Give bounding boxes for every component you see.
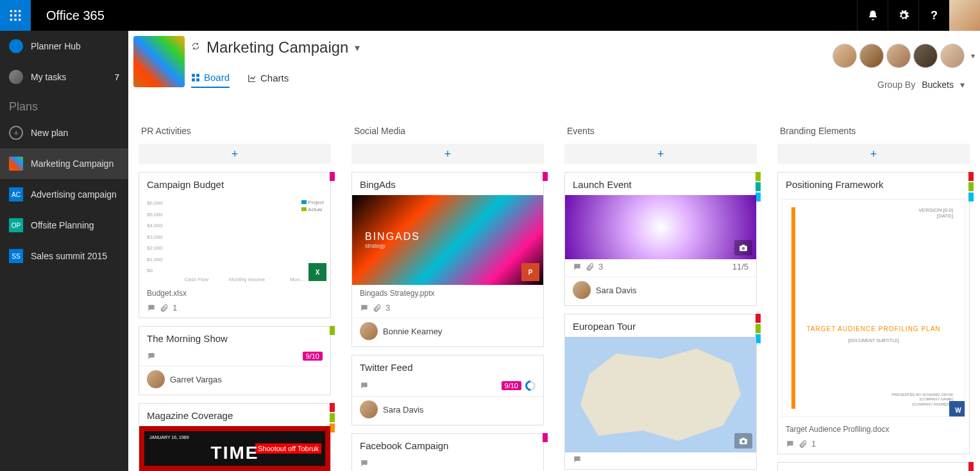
task-card[interactable]: Launch Event 3 11/5 Sara Davis	[564, 172, 757, 306]
assignee-avatar	[573, 281, 591, 299]
sidebar-item-my-tasks[interactable]: My tasks 7	[0, 62, 128, 92]
assignee-name: Sara Davis	[383, 405, 424, 415]
comment-icon	[360, 459, 369, 468]
add-task-button[interactable]: +	[564, 144, 757, 164]
member-avatar[interactable]	[913, 44, 938, 68]
add-task-button[interactable]: +	[139, 144, 331, 164]
category-tag	[756, 324, 761, 333]
category-tag	[968, 182, 974, 191]
attachment-icon	[586, 262, 595, 271]
attachment-icon	[798, 440, 807, 449]
add-task-button[interactable]: +	[777, 144, 970, 164]
svg-rect-15	[742, 244, 745, 246]
task-card[interactable]: Campaign Budget ProjectActual $6,000$5,0…	[139, 172, 331, 318]
sidebar-item-planner-hub[interactable]: Planner Hub	[0, 31, 128, 62]
settings-button[interactable]	[888, 0, 918, 31]
plan-badge-icon	[9, 157, 23, 171]
svg-rect-10	[196, 74, 199, 77]
member-avatar[interactable]	[859, 44, 884, 68]
task-card-wrapper: Twitter Feed 9/10 Sara Davis	[351, 355, 544, 425]
sidebar-item-plan[interactable]: Marketing Campaign	[0, 148, 128, 179]
task-card[interactable]: BingAds BINGADSstrategyP Bingads Strateg…	[351, 172, 544, 347]
tab-charts[interactable]: Charts	[248, 72, 289, 88]
image-preview: BINGADSstrategyP	[352, 195, 543, 285]
category-tag	[330, 424, 335, 432]
chart-icon	[248, 74, 257, 83]
comment-icon	[360, 304, 369, 313]
task-card[interactable]: Magazine Coverage JANUARY 16, 1989Shooto…	[139, 403, 331, 471]
attachment-count: 3	[598, 262, 603, 271]
sidebar-item-plan[interactable]: ACAdvertising campaign	[0, 179, 128, 210]
attachment-icon	[160, 304, 169, 313]
help-button[interactable]: ?	[918, 0, 949, 31]
tab-board[interactable]: Board	[191, 72, 230, 88]
sidebar-item-plan[interactable]: OPOffsite Planning	[0, 210, 128, 241]
card-title: BingAds	[352, 173, 543, 195]
groupby-value[interactable]: Buckets	[922, 80, 954, 90]
refresh-icon[interactable]	[191, 42, 200, 53]
excel-file-icon: X	[308, 263, 326, 281]
card-title: The Morning Show	[139, 327, 330, 349]
card-title: European Tour	[565, 314, 756, 337]
member-avatar[interactable]	[940, 44, 965, 68]
task-card[interactable]: Updated Logo	[777, 462, 970, 471]
svg-point-17	[742, 440, 745, 443]
category-tag	[543, 172, 548, 181]
task-card[interactable]: Twitter Feed 9/10 Sara Davis	[351, 355, 544, 425]
card-meta	[565, 452, 756, 469]
category-tag	[756, 193, 761, 201]
task-card[interactable]: European Tour	[564, 314, 757, 470]
globe-icon	[9, 39, 23, 53]
category-tag	[968, 462, 974, 471]
chevron-down-icon[interactable]: ▾	[960, 80, 965, 90]
member-more-button[interactable]: ▾	[971, 51, 975, 60]
sidebar-plan-label: Sales summit 2015	[31, 251, 119, 261]
sidebar-item-plan[interactable]: SSSales summit 2015	[0, 241, 128, 271]
plan-title: Marketing Campaign	[207, 39, 348, 56]
camera-icon	[734, 240, 752, 255]
task-card-wrapper: The Morning Show 9/10 Garret Vargas	[139, 326, 331, 395]
user-avatar[interactable]	[949, 0, 980, 31]
category-tag	[543, 433, 548, 442]
chevron-down-icon[interactable]: ▾	[355, 42, 360, 54]
task-card-wrapper: Launch Event 3 11/5 Sara Davis	[564, 172, 757, 306]
card-title: Launch Event	[565, 173, 756, 195]
task-card[interactable]: The Morning Show 9/10 Garret Vargas	[139, 326, 331, 395]
category-tag	[756, 334, 761, 343]
card-meta: 3	[352, 300, 543, 318]
card-meta: 3 11/5	[565, 259, 756, 277]
category-tag	[330, 172, 335, 181]
image-preview: JANUARY 16, 1989Shootout off TobrukTIME	[139, 426, 330, 471]
card-date: 11/5	[732, 262, 748, 271]
app-launcher-button[interactable]	[0, 0, 31, 31]
due-date-badge: 9/10	[303, 352, 323, 361]
sidebar-item-new-plan[interactable]: + New plan	[0, 117, 128, 148]
task-card[interactable]: Positioning Framework VERSION [0.0][DATE…	[777, 172, 970, 454]
category-tag	[756, 314, 761, 323]
bucket-title: PR Activities	[139, 126, 331, 136]
member-avatar[interactable]	[886, 44, 911, 68]
card-title: Magazine Coverage	[139, 404, 330, 426]
comment-icon	[360, 381, 369, 390]
member-list: ▾	[832, 44, 975, 68]
progress-icon	[523, 379, 538, 393]
card-filename: Budget.xlsx	[139, 285, 330, 300]
chart-preview: ProjectActual $6,000$5,000$4,000$3,000$2…	[139, 195, 330, 285]
card-title: Campaign Budget	[139, 173, 330, 195]
plan-badge-icon: AC	[9, 187, 23, 201]
category-tag	[968, 193, 974, 201]
notifications-button[interactable]	[857, 0, 888, 31]
task-card[interactable]: Facebook Campaign	[351, 433, 544, 471]
card-title: Twitter Feed	[352, 355, 543, 378]
bucket-column: Events + Launch Event 3 11/5 Sara Davis …	[564, 126, 757, 471]
image-preview	[565, 337, 756, 452]
task-card-wrapper: Updated Logo	[777, 462, 970, 471]
card-assignee: Bonnie Kearney	[352, 318, 543, 347]
attachment-count: 1	[173, 303, 177, 313]
add-task-button[interactable]: +	[351, 144, 544, 164]
assignee-avatar	[360, 322, 378, 340]
category-tag	[330, 326, 335, 335]
tab-charts-label: Charts	[260, 73, 289, 83]
member-avatar[interactable]	[832, 44, 857, 68]
card-meta: 9/10	[139, 349, 330, 366]
